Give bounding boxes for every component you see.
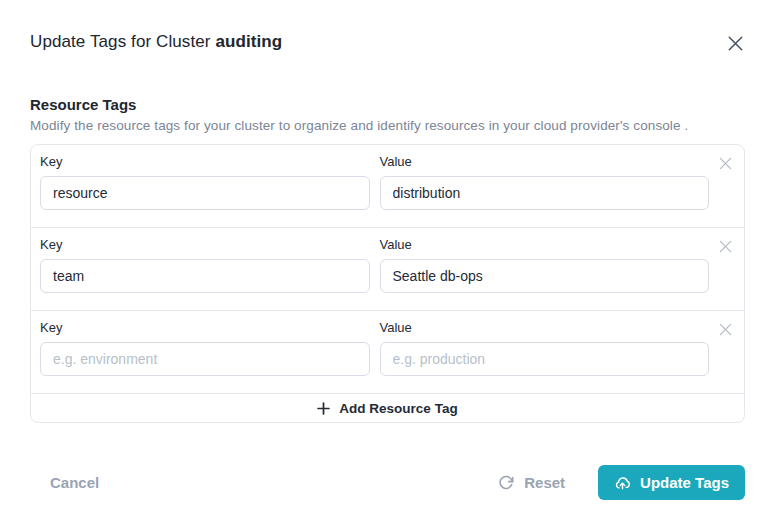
resource-tags-card: Key Value Key Value (30, 144, 745, 423)
section-description: Modify the resource tags for your cluste… (30, 118, 745, 133)
remove-row-button[interactable] (717, 155, 734, 172)
update-tags-button[interactable]: Update Tags (598, 465, 745, 500)
section-heading: Resource Tags (30, 96, 745, 113)
value-input[interactable] (380, 176, 710, 210)
tag-row: Key Value (31, 228, 744, 311)
update-tags-label: Update Tags (640, 475, 729, 490)
value-label: Value (380, 237, 710, 253)
close-icon (719, 240, 732, 253)
modal-title-prefix: Update Tags for Cluster (30, 32, 211, 51)
key-label: Key (40, 154, 370, 170)
upload-cloud-icon (614, 474, 631, 491)
modal-header: Update Tags for Cluster auditing (30, 0, 745, 53)
key-label: Key (40, 320, 370, 336)
value-input[interactable] (380, 259, 710, 293)
remove-row-button[interactable] (717, 321, 734, 338)
plus-icon (317, 402, 330, 415)
cancel-button[interactable]: Cancel (50, 474, 99, 491)
tag-row: Key Value (31, 145, 744, 228)
add-resource-tag-button[interactable]: Add Resource Tag (31, 394, 744, 422)
key-input[interactable] (40, 342, 370, 376)
modal-title: Update Tags for Cluster auditing (30, 32, 282, 52)
key-label: Key (40, 237, 370, 253)
reset-label: Reset (524, 475, 565, 490)
close-button[interactable] (726, 34, 745, 53)
add-resource-tag-label: Add Resource Tag (339, 401, 457, 416)
value-label: Value (380, 320, 710, 336)
close-icon (719, 157, 732, 170)
close-icon (728, 36, 743, 51)
tag-row: Key Value (31, 311, 744, 394)
close-icon (719, 323, 732, 336)
cluster-name: auditing (215, 32, 282, 51)
modal-footer: Cancel Reset (30, 465, 745, 500)
update-tags-modal: Update Tags for Cluster auditing Resourc… (0, 0, 775, 523)
refresh-icon (498, 475, 514, 491)
value-label: Value (380, 154, 710, 170)
key-input[interactable] (40, 259, 370, 293)
remove-row-button[interactable] (717, 238, 734, 255)
key-input[interactable] (40, 176, 370, 210)
reset-button[interactable]: Reset (498, 475, 565, 491)
value-input[interactable] (380, 342, 710, 376)
